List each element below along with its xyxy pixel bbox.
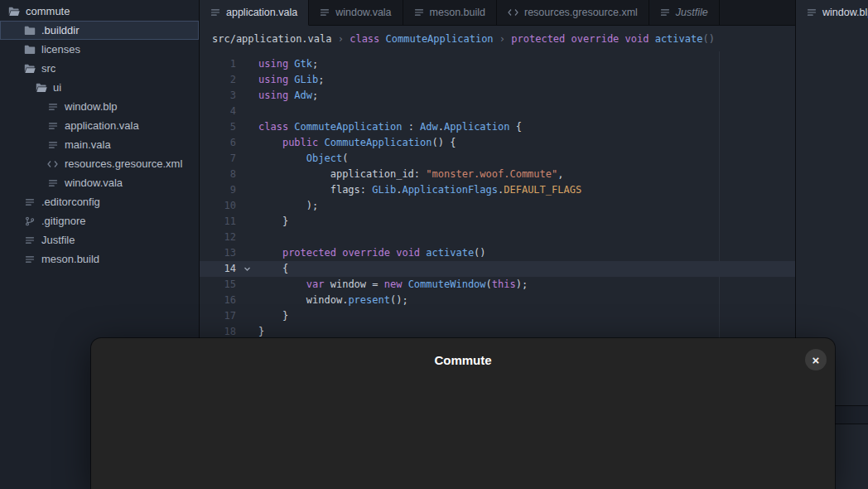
tab-label: resources.gresource.xml (524, 7, 638, 18)
tab-window-vala[interactable]: window.vala (309, 0, 403, 26)
tree-item-ui[interactable]: ui (0, 78, 199, 97)
tree-item-justfile[interactable]: Justfile (0, 230, 199, 249)
folder-icon (23, 44, 36, 56)
tree-item-label: resources.gresource.xml (65, 157, 182, 170)
gutter-spacer (236, 245, 258, 261)
fold-chevron-down-icon[interactable] (236, 261, 258, 277)
breadcrumb-token: class (350, 33, 385, 45)
code-line-3[interactable]: 3using Adw; (200, 88, 795, 104)
gutter-spacer (236, 277, 258, 293)
tree-item-main-vala[interactable]: main.vala (0, 135, 199, 154)
tree-item-licenses[interactable]: licenses (0, 40, 199, 59)
code-text: Object( (258, 151, 348, 167)
tree-item-label: Justfile (41, 234, 75, 246)
folder-open-icon (7, 6, 20, 17)
tree-item-builddir[interactable]: .builddir (0, 21, 199, 40)
code-line-1[interactable]: 1using Gtk; (200, 56, 795, 72)
code-line-12[interactable]: 12 (200, 230, 795, 245)
gutter-spacer (236, 167, 258, 182)
code-line-6[interactable]: 6 public CommuteApplication() { (200, 135, 795, 151)
gutter-spacer (236, 182, 258, 198)
code-text: using GLib; (258, 72, 325, 88)
gutter-spacer (236, 214, 258, 230)
tree-item-application-vala[interactable]: application.vala (0, 116, 199, 135)
tree-item-label: .builddir (41, 24, 80, 36)
code-line-14[interactable]: 14 { (200, 261, 795, 277)
gutter-spacer (236, 308, 258, 324)
code-line-13[interactable]: 13 protected override void activate() (200, 245, 795, 261)
code-text: protected override void activate() (258, 245, 486, 261)
gutter-spacer (236, 72, 258, 88)
line-number: 13 (200, 245, 236, 261)
file-tree: .builddirlicensessrcuiwindow.blpapplicat… (0, 21, 199, 269)
code-line-11[interactable]: 11 } (200, 214, 795, 230)
line-number: 4 (200, 104, 236, 119)
tab-label: application.vala (226, 7, 297, 18)
code-line-15[interactable]: 15 var window = new CommuteWindow(this); (200, 277, 795, 293)
tab-application-vala[interactable]: application.vala (200, 0, 309, 26)
breadcrumb[interactable]: src/application.vala › class CommuteAppl… (200, 26, 795, 51)
gutter-spacer (236, 198, 258, 214)
project-root[interactable]: commute (0, 2, 199, 21)
code-line-16[interactable]: 16 window.present(); (200, 293, 795, 308)
close-icon[interactable]: × (805, 349, 827, 370)
file-icon (46, 177, 59, 189)
line-number: 16 (200, 293, 236, 308)
tab-label: window.vala (335, 7, 391, 18)
file-icon (46, 120, 59, 132)
line-number: 17 (200, 308, 236, 324)
tree-item-editorconfig[interactable]: .editorconfig (0, 192, 199, 211)
tree-item-label: ui (53, 81, 61, 94)
line-number: 6 (200, 135, 236, 151)
tab-resources-gresource-xml[interactable]: resources.gresource.xml (497, 0, 649, 26)
code-line-17[interactable]: 17 } (200, 308, 795, 324)
tree-item-label: window.vala (65, 177, 123, 189)
gutter-spacer (236, 56, 258, 72)
code-line-4[interactable]: 4 (200, 104, 795, 119)
file-icon (320, 7, 330, 17)
tree-item-window-vala[interactable]: window.vala (0, 173, 199, 192)
code-line-5[interactable]: 5class CommuteApplication : Adw.Applicat… (200, 119, 795, 135)
file-icon (660, 7, 670, 17)
breadcrumb-token: CommuteApplication (386, 33, 494, 45)
breadcrumb-token: () (702, 33, 714, 45)
tree-item-label: meson.build (41, 253, 99, 265)
line-number: 8 (200, 167, 236, 182)
file-icon (23, 196, 36, 208)
code-line-8[interactable]: 8 application_id: "monster.woof.Commute"… (200, 167, 795, 182)
line-number: 1 (200, 56, 236, 72)
git-icon (23, 215, 36, 227)
tree-item-window-blp[interactable]: window.blp (0, 97, 199, 116)
code-line-7[interactable]: 7 Object( (200, 151, 795, 167)
app-window-commute: Commute × (91, 338, 835, 489)
tree-item-gitignore[interactable]: .gitignore (0, 211, 199, 230)
tree-item-meson-build[interactable]: meson.build (0, 249, 199, 269)
file-icon (46, 101, 59, 113)
file-icon (23, 254, 36, 265)
tab-justfile[interactable]: Justfile (649, 0, 720, 26)
breadcrumb-token: protected override void (511, 33, 654, 45)
tab-meson-build[interactable]: meson.build (403, 0, 497, 26)
tree-item-src[interactable]: src (0, 59, 199, 78)
tree-item-label: window.blp (65, 100, 118, 113)
code-text: ); (258, 198, 318, 214)
tab-label: meson.build (430, 7, 485, 18)
app-window-headerbar[interactable]: Commute × (91, 338, 835, 381)
tree-item-resources-gresource-xml[interactable]: resources.gresource.xml (0, 154, 199, 173)
tab-bar: application.valawindow.valameson.buildre… (200, 0, 795, 26)
file-icon (414, 7, 424, 17)
breadcrumb-token: › (332, 33, 350, 45)
line-number: 15 (200, 277, 236, 293)
line-number: 10 (200, 198, 236, 214)
code-line-10[interactable]: 10 ); (200, 198, 795, 214)
code-line-9[interactable]: 9 flags: GLib.ApplicationFlags.DEFAULT_F… (200, 182, 795, 198)
tab-window-blp[interactable]: window.blp (796, 0, 868, 26)
code-icon (46, 158, 59, 170)
code-text: using Gtk; (258, 56, 318, 72)
file-icon (807, 7, 817, 17)
folder-icon (23, 25, 36, 36)
code-text: var window = new CommuteWindow(this); (258, 277, 528, 293)
code-line-2[interactable]: 2using GLib; (200, 72, 795, 88)
code-text: flags: GLib.ApplicationFlags.DEFAULT_FLA… (258, 182, 581, 198)
gutter-spacer (236, 104, 258, 119)
